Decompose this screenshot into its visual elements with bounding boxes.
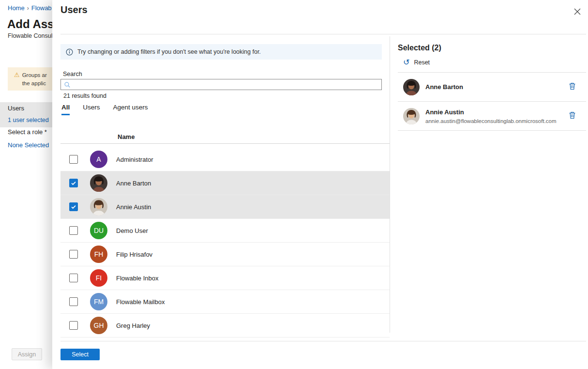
search-box (60, 79, 382, 90)
selected-item-info: Anne Barton (425, 83, 568, 91)
avatar: FH (90, 246, 107, 263)
row-checkbox[interactable] (69, 274, 78, 282)
info-banner-text: Try changing or adding filters if you do… (77, 48, 261, 55)
info-icon (66, 48, 73, 56)
role-field-label: Select a role * (8, 128, 47, 136)
table-row[interactable]: Anne Barton (60, 171, 390, 195)
avatar: DU (90, 222, 107, 239)
users-field-label: Users (8, 105, 52, 112)
user-name: Anne Barton (116, 180, 151, 187)
select-button[interactable]: Select (60, 349, 100, 360)
vertical-divider (390, 36, 390, 333)
table-row[interactable]: GH Greg Harley (60, 314, 390, 338)
row-checkbox[interactable] (69, 179, 78, 187)
avatar-initials: GH (94, 322, 104, 329)
photo-avatar (403, 79, 420, 95)
user-name: Administrator (116, 156, 153, 163)
user-name: Demo User (116, 227, 148, 234)
trash-icon (569, 82, 576, 90)
table-header: Name (60, 130, 390, 144)
user-name: Annie Austin (116, 203, 151, 211)
avatar-initials: FH (94, 250, 104, 258)
check-icon (71, 204, 76, 210)
close-button[interactable] (573, 7, 582, 17)
remove-selected-button[interactable] (568, 110, 577, 122)
table-row[interactable]: A Administrator (60, 148, 390, 171)
users-list: A Administrator Anne Barton (60, 148, 390, 338)
table-row[interactable]: Annie Austin (60, 195, 390, 219)
role-value-link[interactable]: None Selected (8, 141, 49, 149)
search-label: Search (63, 71, 82, 77)
row-checkbox[interactable] (69, 297, 78, 306)
avatar: GH (90, 317, 107, 334)
warning-text-line1: Groups ar (22, 71, 47, 79)
photo-avatar (90, 174, 107, 192)
selected-title: Selected (2) (398, 44, 586, 52)
selected-user-name: Anne Barton (425, 83, 568, 91)
assign-button[interactable]: Assign (12, 348, 42, 360)
reset-icon: ↺ (403, 59, 409, 66)
remove-selected-button[interactable] (568, 81, 577, 92)
avatar-initials: DU (94, 227, 104, 234)
avatar: FI (90, 269, 107, 287)
avatar (403, 108, 420, 124)
row-checkbox[interactable] (69, 202, 78, 211)
reset-button[interactable]: ↺ Reset (403, 59, 437, 66)
breadcrumb-current[interactable]: Flowab (31, 4, 52, 12)
page-title: Add Ass (7, 17, 54, 31)
users-flyout-panel: Users Try changing or adding filters if … (52, 0, 588, 369)
table-row[interactable]: FM Flowable Mailbox (60, 290, 390, 314)
warning-icon: ⚠ (14, 71, 20, 79)
selected-list: Anne Barton (398, 72, 586, 131)
avatar-initials: A (96, 155, 101, 163)
selected-item: Anne Barton (398, 73, 586, 102)
warning-text-line2: the applic (22, 79, 47, 88)
panel-title: Users (60, 4, 88, 15)
tab-agent-users[interactable]: Agent users (113, 104, 148, 115)
selected-user-email: annie.austin@flowableconsultinglab.onmic… (425, 118, 568, 124)
table-row[interactable]: FH Filip Hrisafov (60, 243, 390, 266)
name-column-header: Name (118, 133, 135, 140)
user-name: Flowable Inbox (116, 275, 158, 282)
search-icon (64, 81, 71, 88)
header-divider (60, 34, 586, 34)
trash-icon (569, 111, 576, 119)
photo-avatar (90, 198, 107, 215)
footer-divider (60, 341, 586, 341)
row-checkbox[interactable] (69, 155, 78, 164)
close-icon (574, 8, 581, 15)
row-checkbox[interactable] (69, 321, 78, 330)
avatar-initials: FM (94, 298, 104, 306)
selected-item-info: Annie Austin annie.austin@flowableconsul… (425, 108, 568, 124)
avatar: A (90, 151, 107, 168)
breadcrumb-home[interactable]: Home (8, 4, 25, 12)
selected-item: Annie Austin annie.austin@flowableconsul… (398, 102, 586, 131)
breadcrumb-separator: › (27, 5, 29, 12)
selected-user-name: Annie Austin (425, 108, 568, 116)
avatar-initials: FI (96, 274, 102, 282)
results-count: 21 results found (63, 92, 106, 99)
avatar: FM (90, 293, 107, 310)
check-icon (71, 180, 76, 186)
search-input[interactable] (71, 79, 381, 90)
table-row[interactable]: FI Flowable Inbox (60, 266, 390, 290)
reset-label: Reset (414, 59, 430, 66)
row-checkbox[interactable] (69, 226, 78, 235)
row-checkbox[interactable] (69, 250, 78, 259)
photo-avatar (403, 108, 420, 124)
page-subtitle: Flowable Consul (8, 32, 52, 39)
users-selected-link[interactable]: 1 user selected (8, 117, 49, 123)
tab-all[interactable]: All (61, 104, 70, 115)
users-selection-block: Users 1 user selected (0, 102, 52, 127)
tabs: All Users Agent users (61, 104, 161, 115)
user-name: Filip Hrisafov (116, 251, 152, 258)
tab-users[interactable]: Users (83, 104, 100, 115)
info-banner: Try changing or adding filters if you do… (60, 44, 382, 60)
avatar (90, 198, 107, 215)
breadcrumb: Home›Flowab (8, 4, 52, 12)
selected-panel: Selected (2) ↺ Reset A (398, 44, 586, 131)
table-row[interactable]: DU Demo User (60, 219, 390, 243)
warning-text: Groups ar the applic (22, 71, 47, 88)
user-name: Flowable Mailbox (116, 298, 165, 306)
user-name: Greg Harley (116, 322, 150, 329)
